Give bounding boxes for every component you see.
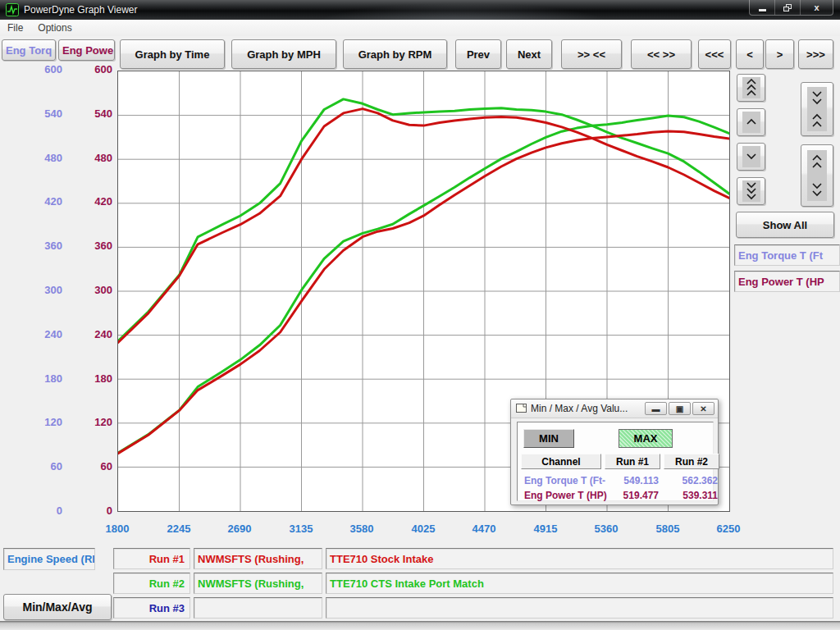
minmax-maximize-button[interactable]: ▣ xyxy=(669,402,691,415)
y-tick-power-0: 0 xyxy=(50,504,112,517)
chevrons-inward-icon xyxy=(807,87,827,131)
max-button[interactable]: MAX xyxy=(619,429,673,448)
minimize-icon xyxy=(759,9,766,11)
powerdyne-window: PowerDyne Graph Viewer x File Options En… xyxy=(0,0,840,630)
x-tick-5360: 5360 xyxy=(578,523,635,535)
menu-bar: File Options xyxy=(0,20,840,36)
run3-desc-box xyxy=(326,597,833,619)
run2-file-box: NWMSFTS (Rushing, xyxy=(194,573,322,594)
x-tick-3580: 3580 xyxy=(333,523,390,535)
restore-button[interactable] xyxy=(775,0,801,15)
scroll-far-left-button[interactable]: <<< xyxy=(698,39,731,69)
close-icon: x xyxy=(814,2,819,12)
graph-by-time-button[interactable]: Graph by Time xyxy=(120,39,225,69)
y-tick-power-360: 360 xyxy=(50,240,112,252)
next-button[interactable]: Next xyxy=(506,39,552,69)
y-tick-power-60: 60 xyxy=(50,460,112,472)
minmax-title: Min / Max / Avg Valu... xyxy=(531,403,628,414)
channel-torque-button[interactable]: Eng Torq xyxy=(2,39,56,61)
chevrons-outward-icon xyxy=(807,150,827,201)
triple-chevron-up-icon xyxy=(742,77,760,98)
y-tick-power-240: 240 xyxy=(50,328,112,340)
show-all-button[interactable]: Show All xyxy=(736,212,834,238)
x-tick-2245: 2245 xyxy=(150,523,208,535)
app-icon xyxy=(6,3,19,16)
zoom-out-x-button[interactable]: << >> xyxy=(631,39,692,69)
column-header-run1: Run #1 xyxy=(605,454,660,469)
y-tick-power-420: 420 xyxy=(50,195,112,208)
run1-file-box: NWMSFTS (Rushing, xyxy=(194,548,322,569)
y-scroll-bottom-button[interactable] xyxy=(737,177,765,205)
menu-file[interactable]: File xyxy=(0,21,30,35)
minmax-row-power-run2: 539.311 xyxy=(664,490,718,501)
y-zoom-in-button[interactable] xyxy=(801,82,833,136)
minmax-row-power-run1: 519.477 xyxy=(605,490,659,501)
x-tick-2690: 2690 xyxy=(211,523,268,535)
minmax-title-bar[interactable]: Min / Max / Avg Valu... ▬ ▣ ✕ xyxy=(511,399,718,418)
x-tick-6250: 6250 xyxy=(700,523,757,535)
minmax-body: MIN MAX Channel Run #1 Run #2 Eng Torque… xyxy=(517,422,714,501)
graph-by-rpm-button[interactable]: Graph by RPM xyxy=(343,39,447,69)
y-tick-power-540: 540 xyxy=(50,107,112,120)
title-bar: PowerDyne Graph Viewer x xyxy=(0,0,840,20)
run1-desc-box: TTE710 Stock Intake xyxy=(326,548,833,569)
minmax-row-torque-channel: Eng Torque T (Ft- xyxy=(524,475,605,486)
y-tick-power-180: 180 xyxy=(50,372,112,385)
minmax-row-torque-run2: 562.362 xyxy=(664,475,718,486)
minmax-close-button[interactable]: ✕ xyxy=(692,402,714,415)
y-tick-power-300: 300 xyxy=(50,284,112,296)
y-tick-power-120: 120 xyxy=(50,416,112,428)
x-tick-3135: 3135 xyxy=(272,523,330,535)
run3-file-box xyxy=(194,597,322,619)
triple-chevron-down-icon xyxy=(742,180,760,202)
minmax-minimize-button[interactable]: ▬ xyxy=(645,402,667,415)
chevron-up-icon xyxy=(742,112,760,133)
x-tick-4470: 4470 xyxy=(455,523,513,535)
restore-icon xyxy=(783,4,792,11)
scroll-far-right-button[interactable]: >>> xyxy=(798,39,833,69)
run3-label-box: Run #3 xyxy=(113,597,190,619)
menu-options[interactable]: Options xyxy=(30,21,79,35)
y-tick-power-600: 600 xyxy=(50,63,112,75)
channel-power-button[interactable]: Eng Powe xyxy=(58,39,115,61)
x-tick-4025: 4025 xyxy=(395,523,452,535)
close-button[interactable]: x xyxy=(801,0,833,15)
x-axis-channel-box: Engine Speed (RI xyxy=(3,548,95,570)
minmax-row-power-channel: Eng Power T (HP) xyxy=(524,490,607,501)
y-scroll-top-button[interactable] xyxy=(737,74,765,102)
prev-button[interactable]: Prev xyxy=(455,39,501,69)
form-icon xyxy=(516,404,527,413)
legend-torque-label: Eng Torque T (Ft xyxy=(734,244,840,266)
scroll-left-button[interactable]: < xyxy=(736,39,764,69)
run1-label-box: Run #1 xyxy=(113,548,190,569)
y-scroll-up-button[interactable] xyxy=(737,108,765,136)
minmaxavg-button[interactable]: Min/Max/Avg xyxy=(3,594,112,620)
column-header-run2: Run #2 xyxy=(664,454,719,469)
run2-label-box: Run #2 xyxy=(113,573,190,594)
min-button[interactable]: MIN xyxy=(523,429,574,448)
run2-desc-box: TTE710 CTS Intake Port Match xyxy=(326,573,833,594)
y-scroll-down-button[interactable] xyxy=(737,143,765,171)
y-tick-power-480: 480 xyxy=(50,152,112,164)
minmax-row-torque-run1: 549.113 xyxy=(605,475,659,486)
graph-by-mph-button[interactable]: Graph by MPH xyxy=(231,39,336,69)
y-zoom-out-button[interactable] xyxy=(801,144,833,207)
legend-power-label: Eng Power T (HP xyxy=(734,271,840,292)
window-bottom-frame xyxy=(0,621,840,630)
x-tick-4915: 4915 xyxy=(517,523,574,535)
scroll-right-button[interactable]: > xyxy=(765,39,794,69)
window-title: PowerDyne Graph Viewer xyxy=(24,4,138,16)
chevron-down-icon xyxy=(742,146,760,167)
minimize-button[interactable] xyxy=(750,0,775,15)
column-header-channel: Channel xyxy=(521,454,601,469)
x-tick-1800: 1800 xyxy=(89,523,146,535)
zoom-in-x-button[interactable]: >> << xyxy=(561,39,622,69)
minmax-values-window: Min / Max / Avg Valu... ▬ ▣ ✕ MIN MAX Ch… xyxy=(510,399,719,505)
x-tick-5805: 5805 xyxy=(639,523,696,535)
